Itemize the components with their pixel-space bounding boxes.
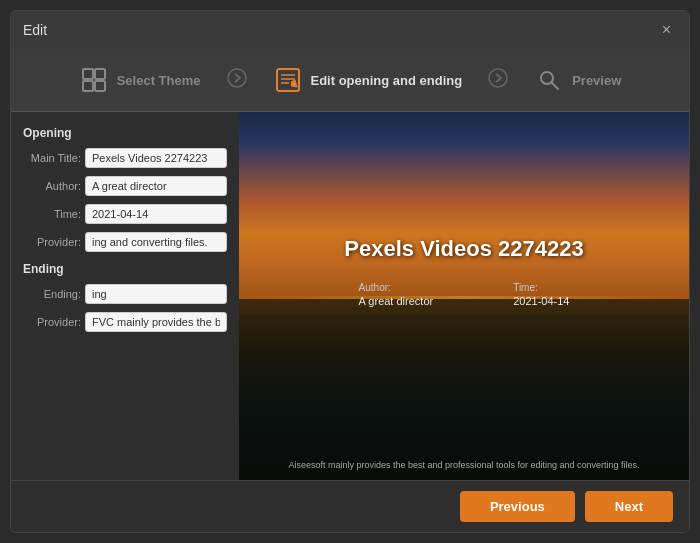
ending-provider-row: Provider:: [23, 312, 227, 332]
time-row: Time:: [23, 204, 227, 224]
svg-point-10: [541, 72, 553, 84]
preview-time-col: Time: 2021-04-14: [513, 282, 569, 307]
opening-section-label: Opening: [23, 126, 227, 140]
step1-label: Select Theme: [117, 73, 201, 88]
preview-time-val: 2021-04-14: [513, 295, 569, 307]
main-title-input[interactable]: [85, 148, 227, 168]
ending-row: Ending:: [23, 284, 227, 304]
preview-author-col: Author: A great director: [359, 282, 434, 307]
next-button[interactable]: Next: [585, 491, 673, 522]
svg-line-11: [552, 83, 558, 89]
svg-rect-1: [95, 69, 105, 79]
svg-point-9: [489, 69, 507, 87]
preview-author-val: A great director: [359, 295, 434, 307]
step3-label: Preview: [572, 73, 621, 88]
svg-rect-0: [83, 69, 93, 79]
footer: Previous Next: [11, 480, 689, 532]
ending-label: Ending:: [23, 288, 81, 300]
provider-input[interactable]: [85, 232, 227, 252]
preview-footer: Aiseesoft mainly provides the best and p…: [239, 460, 689, 470]
toolbar: Select Theme Edit opening and ending: [11, 49, 689, 112]
close-button[interactable]: ×: [656, 19, 677, 41]
author-label: Author:: [23, 180, 81, 192]
preview-title: Pexels Videos 2274223: [259, 236, 669, 262]
left-panel: Opening Main Title: Author: Time: Provid…: [11, 112, 239, 480]
svg-rect-3: [95, 81, 105, 91]
svg-point-4: [228, 69, 246, 87]
main-window: Edit × Select Theme: [10, 10, 690, 533]
preview-area: Pexels Videos 2274223 Author: A great di…: [239, 112, 689, 480]
previous-button[interactable]: Previous: [460, 491, 575, 522]
time-label: Time:: [23, 208, 81, 220]
arrow1: [223, 68, 251, 92]
ending-provider-label: Provider:: [23, 316, 81, 328]
window-title: Edit: [23, 22, 47, 38]
preview-time-key: Time:: [513, 282, 538, 293]
ending-provider-input[interactable]: [85, 312, 227, 332]
time-input[interactable]: [85, 204, 227, 224]
titlebar: Edit ×: [11, 11, 689, 49]
step2-label: Edit opening and ending: [311, 73, 463, 88]
svg-rect-5: [277, 69, 299, 91]
svg-rect-2: [83, 81, 93, 91]
arrow2: [484, 68, 512, 92]
ending-section-label: Ending: [23, 262, 227, 276]
main-title-label: Main Title:: [23, 152, 81, 164]
provider-row: Provider:: [23, 232, 227, 252]
preview-content: Pexels Videos 2274223 Author: A great di…: [239, 216, 689, 377]
provider-label: Provider:: [23, 236, 81, 248]
author-input[interactable]: [85, 176, 227, 196]
preview-author-key: Author:: [359, 282, 391, 293]
edit-icon: [273, 65, 303, 95]
main-title-row: Main Title:: [23, 148, 227, 168]
search-icon: [534, 65, 564, 95]
step-preview[interactable]: Preview: [522, 59, 633, 101]
grid-icon: [79, 65, 109, 95]
step-select-theme[interactable]: Select Theme: [67, 59, 213, 101]
preview-meta: Author: A great director Time: 2021-04-1…: [259, 282, 669, 307]
main-content: Opening Main Title: Author: Time: Provid…: [11, 112, 689, 480]
step-edit-opening-ending[interactable]: Edit opening and ending: [261, 59, 475, 101]
author-row: Author:: [23, 176, 227, 196]
ending-section: Ending Ending: Provider:: [23, 262, 227, 332]
ending-input[interactable]: [85, 284, 227, 304]
